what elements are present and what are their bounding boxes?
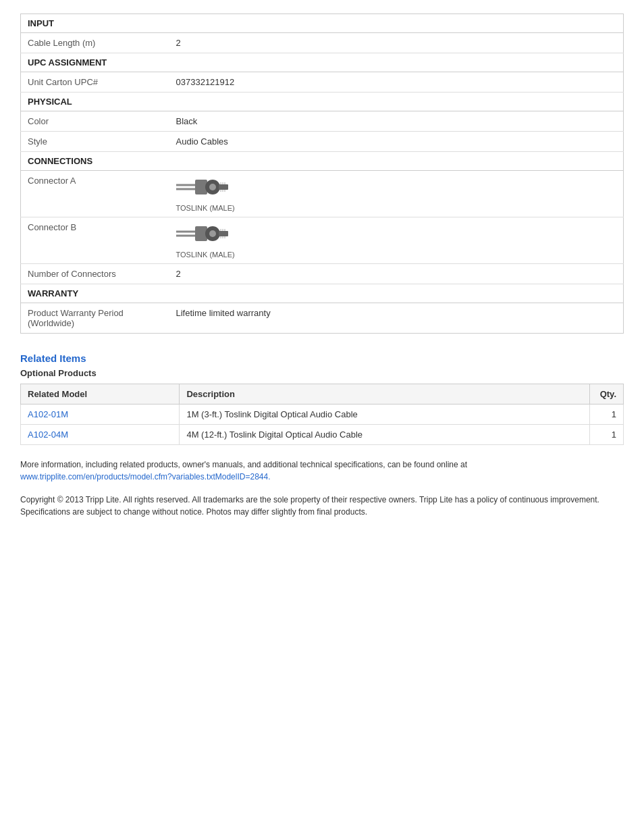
- connector-label: TOSLINK (MALE): [176, 251, 617, 259]
- related-description: 4M (12-ft.) Toslink Digital Optical Audi…: [180, 425, 590, 445]
- spec-value: Audio Cables: [169, 132, 624, 152]
- footer-info-text: More information, including related prod…: [20, 460, 467, 469]
- spec-value: 2: [169, 264, 624, 284]
- spec-row: Product Warranty Period (Worldwide)Lifet…: [21, 303, 624, 334]
- related-items-title: Related Items: [20, 353, 624, 364]
- spec-value: Black: [169, 111, 624, 132]
- spec-row: StyleAudio Cables: [21, 132, 624, 152]
- spec-value: Lifetime limited warranty: [169, 303, 624, 334]
- copyright-text: Copyright © 2013 Tripp Lite. All rights …: [20, 494, 624, 518]
- spec-label: Style: [21, 132, 169, 152]
- related-row: A102-01M1M (3-ft.) Toslink Digital Optic…: [21, 405, 624, 425]
- section-header: CONNECTIONS: [21, 152, 624, 171]
- section-header: PHYSICAL: [21, 93, 624, 111]
- spec-label: Number of Connectors: [21, 264, 169, 284]
- optional-products-label: Optional Products: [20, 368, 624, 378]
- spec-label: Unit Carton UPC#: [21, 72, 169, 93]
- spec-label: Connector A: [21, 171, 169, 217]
- spec-label: Cable Length (m): [21, 33, 169, 53]
- related-description: 1M (3-ft.) Toslink Digital Optical Audio…: [180, 405, 590, 425]
- footer-link[interactable]: www.tripplite.com/en/products/model.cfm?…: [20, 472, 271, 481]
- col-header-model: Related Model: [21, 384, 180, 405]
- spec-row: Number of Connectors2: [21, 264, 624, 284]
- spec-label: Connector B: [21, 217, 169, 264]
- connector-icon: [176, 176, 237, 203]
- related-row: A102-04M4M (12-ft.) Toslink Digital Opti…: [21, 425, 624, 445]
- spec-value: 2: [169, 33, 624, 53]
- spec-label: Color: [21, 111, 169, 132]
- connector-label: TOSLINK (MALE): [176, 204, 617, 212]
- spec-label: Product Warranty Period (Worldwide): [21, 303, 169, 334]
- svg-point-7: [209, 184, 216, 190]
- connector-icon: [176, 222, 237, 249]
- spec-row: Connector ATOSLINK (MALE): [21, 171, 624, 217]
- spec-row: Connector BTOSLINK (MALE): [21, 217, 624, 264]
- specs-table: INPUTCable Length (m)2UPC ASSIGNMENTUnit…: [20, 14, 624, 334]
- section-header: INPUT: [21, 14, 624, 33]
- related-model[interactable]: A102-01M: [21, 405, 180, 425]
- spec-value: TOSLINK (MALE): [169, 171, 624, 217]
- section-header: UPC ASSIGNMENT: [21, 53, 624, 72]
- footer-info: More information, including related prod…: [20, 459, 624, 483]
- related-items-section: Related Items Optional Products Related …: [20, 353, 624, 445]
- svg-rect-8: [219, 184, 228, 190]
- section-header: WARRANTY: [21, 284, 624, 303]
- spec-row: Unit Carton UPC#037332121912: [21, 72, 624, 93]
- spec-row: ColorBlack: [21, 111, 624, 132]
- related-model[interactable]: A102-04M: [21, 425, 180, 445]
- col-header-qty: Qty.: [590, 384, 624, 405]
- spec-row: Cable Length (m)2: [21, 33, 624, 53]
- related-qty: 1: [590, 405, 624, 425]
- spec-value: TOSLINK (MALE): [169, 217, 624, 264]
- spec-value: 037332121912: [169, 72, 624, 93]
- col-header-description: Description: [180, 384, 590, 405]
- related-table: Related Model Description Qty. A102-01M1…: [20, 384, 624, 445]
- related-qty: 1: [590, 425, 624, 445]
- svg-point-16: [209, 230, 216, 237]
- svg-rect-17: [219, 231, 228, 236]
